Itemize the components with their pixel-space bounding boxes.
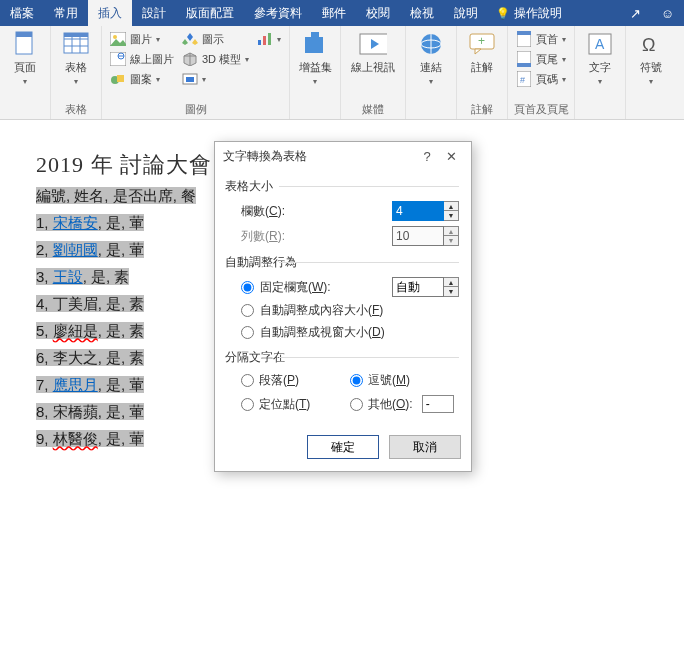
svg-rect-37 (517, 31, 531, 35)
share-button[interactable] (620, 0, 651, 26)
sep-comma[interactable]: 逗號(M) (350, 372, 459, 389)
comment-button[interactable]: + 註解 (461, 28, 503, 77)
sep-comma-label: 逗號(M) (368, 372, 410, 389)
tab-help[interactable]: 說明 (444, 0, 488, 26)
svg-rect-27 (311, 32, 319, 40)
feedback-button[interactable] (651, 0, 684, 26)
tab-design[interactable]: 設計 (132, 0, 176, 26)
group-comments: + 註解 註解 (457, 26, 508, 119)
sep-tab[interactable]: 定位點(T) (241, 395, 350, 413)
picture-button[interactable]: 圖片 (108, 30, 176, 48)
symbol-label: 符號 (640, 60, 662, 75)
tab-file[interactable]: 檔案 (0, 0, 44, 26)
smartart-label: 圖示 (202, 32, 224, 47)
svg-text:Ω: Ω (642, 35, 655, 55)
shapes-icon (110, 71, 126, 87)
screenshot-icon (182, 71, 198, 87)
addins-button[interactable]: 增益集 (294, 28, 336, 88)
sep-other-input[interactable] (422, 395, 454, 413)
online-picture-label: 線上圖片 (130, 52, 174, 67)
symbol-button[interactable]: Ω 符號 (630, 28, 672, 88)
spin-up-icon: ▲ (444, 227, 458, 236)
chevron-down-icon (649, 77, 653, 86)
autofit-window-radio[interactable] (241, 326, 254, 339)
sep-comma-radio[interactable] (350, 374, 363, 387)
pages-button[interactable]: 頁面 (4, 28, 46, 88)
tab-layout[interactable]: 版面配置 (176, 0, 244, 26)
tab-review[interactable]: 校閱 (356, 0, 400, 26)
video-icon (359, 30, 387, 58)
cancel-button[interactable]: 取消 (389, 435, 461, 459)
smartart-button[interactable]: 圖示 (180, 30, 251, 48)
chevron-down-icon (23, 77, 27, 86)
link-button[interactable]: 連結 (410, 28, 452, 88)
tab-home[interactable]: 常用 (44, 0, 88, 26)
sep-other-label: 其他(O): (368, 396, 413, 413)
spin-up-icon[interactable]: ▲ (444, 278, 458, 287)
tab-mail[interactable]: 郵件 (312, 0, 356, 26)
sep-paragraph[interactable]: 段落(P) (241, 372, 350, 389)
screenshot-button[interactable] (180, 70, 251, 88)
group-headerfooter: 頁首 頁尾 #頁碼 頁首及頁尾 (508, 26, 575, 119)
autofit-window-label: 自動調整成視窗大小(D) (260, 324, 385, 341)
dialog-titlebar[interactable]: 文字轉換為表格 ? ✕ (215, 142, 471, 170)
spin-up-icon[interactable]: ▲ (444, 202, 458, 211)
pages-label: 頁面 (14, 60, 36, 75)
tell-me-box[interactable]: 操作說明 (488, 0, 570, 26)
sep-paragraph-radio[interactable] (241, 374, 254, 387)
fixed-width-input[interactable] (392, 277, 444, 297)
tab-view[interactable]: 檢視 (400, 0, 444, 26)
online-video-button[interactable]: 線上視訊 (345, 28, 401, 77)
pagenum-button[interactable]: #頁碼 (514, 70, 568, 88)
fixed-width-radio[interactable] (241, 281, 254, 294)
group-illustrations: 圖片 線上圖片 圖案 圖示 3D 模型 圖例 (102, 26, 290, 119)
sep-other[interactable]: 其他(O): (350, 395, 459, 413)
rows-spinner: ▲▼ (392, 226, 459, 246)
spin-down-icon[interactable]: ▼ (444, 211, 458, 220)
text-button[interactable]: A 文字 (579, 28, 621, 88)
smile-icon (661, 6, 674, 21)
addins-label: 增益集 (299, 60, 332, 75)
svg-rect-23 (258, 40, 261, 45)
spin-down-icon: ▼ (444, 236, 458, 245)
svg-point-9 (113, 35, 117, 39)
online-picture-icon (110, 51, 126, 67)
spin-down-icon[interactable]: ▼ (444, 287, 458, 296)
dialog-title: 文字轉換為表格 (223, 148, 415, 165)
table-button[interactable]: 表格 (55, 28, 97, 88)
svg-rect-7 (64, 33, 88, 37)
sep-other-radio[interactable] (350, 398, 363, 411)
footer-button[interactable]: 頁尾 (514, 50, 568, 68)
svg-rect-39 (517, 63, 531, 67)
tab-insert[interactable]: 插入 (88, 0, 132, 26)
text-label: 文字 (589, 60, 611, 75)
columns-input[interactable] (392, 201, 444, 221)
convert-text-to-table-dialog: 文字轉換為表格 ? ✕ 表格大小 欄數(C): ▲▼ 列數(R): ▲▼ 自動調… (214, 141, 472, 472)
section-autofit: 自動調整行為 (225, 254, 459, 271)
chart-button[interactable] (255, 30, 283, 48)
help-icon[interactable]: ? (415, 149, 439, 164)
svg-marker-16 (182, 39, 188, 45)
header-icon (516, 31, 532, 47)
close-icon[interactable]: ✕ (439, 149, 463, 164)
fixed-width-spinner[interactable]: ▲▼ (392, 277, 459, 297)
columns-spinner[interactable]: ▲▼ (392, 201, 459, 221)
online-picture-button[interactable]: 線上圖片 (108, 50, 176, 68)
autofit-content-radio[interactable] (241, 304, 254, 317)
tab-references[interactable]: 參考資料 (244, 0, 312, 26)
sep-paragraph-label: 段落(P) (259, 372, 299, 389)
shapes-button[interactable]: 圖案 (108, 70, 176, 88)
chevron-down-icon (429, 77, 433, 86)
section-separator: 分隔文字在 (225, 349, 459, 366)
autofit-content-label: 自動調整成內容大小(F) (260, 302, 383, 319)
group-comments-label: 註解 (461, 100, 503, 119)
header-button[interactable]: 頁首 (514, 30, 568, 48)
3dmodel-button[interactable]: 3D 模型 (180, 50, 251, 68)
sep-tab-radio[interactable] (241, 398, 254, 411)
svg-text:A: A (595, 36, 605, 52)
3dmodel-label: 3D 模型 (202, 52, 241, 67)
share-icon (630, 6, 641, 21)
link-icon (417, 30, 445, 58)
svg-rect-22 (186, 77, 194, 82)
ok-button[interactable]: 確定 (307, 435, 379, 459)
